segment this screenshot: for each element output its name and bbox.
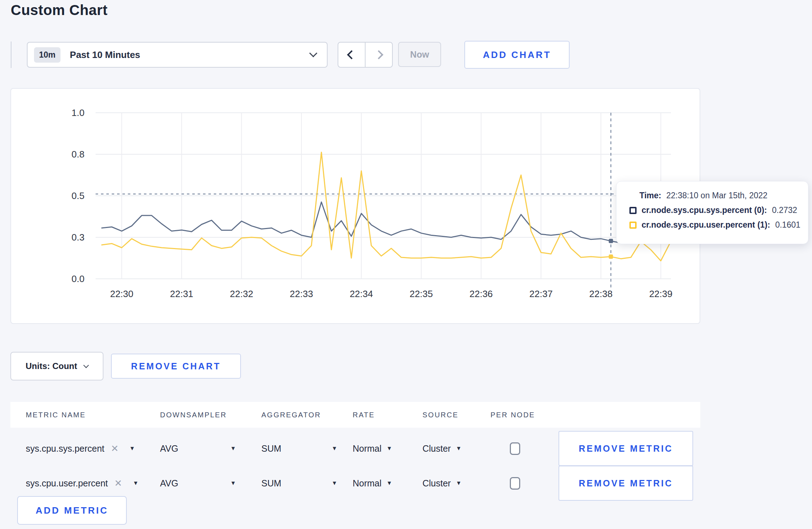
x-axis-tick-label: 22:35 [410, 288, 433, 299]
col-header-rate: RATE [353, 411, 422, 419]
x-axis-tick-label: 22:32 [230, 288, 253, 299]
y-axis-tick-label: 0.3 [72, 232, 84, 243]
caret-down-icon: ▼ [456, 480, 461, 486]
caret-down-icon: ▼ [456, 445, 461, 452]
tooltip-series-row: cr.node.sys.cpu.sys.percent (0): 0.2732 [629, 205, 801, 215]
source-value: Cluster [422, 443, 451, 454]
crosshair-marker-dot [609, 254, 613, 259]
col-header-downsampler: DOWNSAMPLER [160, 411, 261, 419]
x-axis-tick-label: 22:34 [350, 288, 373, 299]
cpu-usage-chart[interactable]: 1.00.80.50.30.022:3022:3122:3222:3322:34… [11, 89, 700, 323]
caret-down-icon: ▼ [387, 445, 392, 452]
y-axis-tick-label: 0.8 [72, 149, 84, 160]
time-step-group [338, 42, 393, 68]
x-axis-tick-label: 22:36 [469, 288, 493, 299]
downsampler-value: AVG [160, 478, 178, 489]
x-axis-tick-label: 22:33 [290, 288, 313, 299]
step-forward-button[interactable] [366, 43, 392, 67]
caret-down-icon: ▼ [332, 445, 337, 452]
chevron-right-icon [374, 50, 383, 59]
tooltip-time-label: Time: [639, 191, 661, 200]
metric-row: sys.cpu.user.percent ✕ ▼ AVG ▼ SUM ▼ Nor… [10, 465, 700, 501]
caret-down-icon: ▼ [230, 445, 236, 452]
clear-metric-icon[interactable]: ✕ [114, 478, 122, 489]
crosshair-marker-dot [609, 239, 613, 243]
now-button[interactable]: Now [398, 42, 441, 67]
tooltip-series-value: 0.2732 [772, 205, 797, 215]
toolbar-divider [11, 42, 11, 68]
x-axis-tick-label: 22:39 [649, 288, 672, 299]
source-value: Cluster [422, 478, 451, 489]
series-line-1 [102, 152, 671, 261]
chevron-down-icon [83, 362, 89, 368]
time-range-label: Past 10 Minutes [70, 49, 310, 60]
rate-select[interactable]: Normal ▼ [353, 478, 392, 489]
metric-name-select[interactable]: sys.cpu.sys.percent ✕ ▼ [26, 443, 160, 454]
source-select[interactable]: Cluster ▼ [422, 478, 461, 489]
col-header-per-node: PER NODE [490, 411, 559, 419]
caret-down-icon: ▼ [332, 480, 337, 486]
tooltip-time-row: Time: 22:38:10 on Mar 15th, 2022 [639, 191, 801, 200]
rate-select[interactable]: Normal ▼ [353, 443, 392, 454]
col-header-source: SOURCE [422, 411, 490, 419]
chevron-left-icon [347, 50, 356, 59]
downsampler-value: AVG [160, 443, 178, 454]
add-metric-button[interactable]: ADD METRIC [17, 496, 127, 525]
add-chart-button[interactable]: ADD CHART [464, 41, 570, 69]
remove-metric-button[interactable]: REMOVE METRIC [559, 466, 693, 501]
caret-down-icon: ▼ [230, 480, 236, 486]
col-header-metric-name: METRIC NAME [26, 411, 160, 419]
y-axis-tick-label: 1.0 [72, 107, 84, 118]
sys-series-swatch-icon [629, 207, 637, 214]
rate-value: Normal [353, 478, 382, 489]
downsampler-select[interactable]: AVG ▼ [160, 443, 236, 454]
y-axis-tick-label: 0.0 [72, 273, 84, 284]
tooltip-series-row: cr.node.sys.cpu.user.percent (1): 0.1601 [629, 220, 801, 230]
chart-tooltip: Time: 22:38:10 on Mar 15th, 2022 cr.node… [616, 181, 808, 244]
metrics-table-header: METRIC NAME DOWNSAMPLER AGGREGATOR RATE … [10, 402, 700, 428]
page-title: Custom Chart [11, 2, 107, 18]
chevron-down-icon [309, 49, 318, 57]
caret-down-icon: ▼ [133, 480, 139, 486]
clear-metric-icon[interactable]: ✕ [111, 443, 119, 454]
x-axis-tick-label: 22:38 [589, 288, 613, 299]
col-header-aggregator: AGGREGATOR [261, 411, 353, 419]
metric-name-select[interactable]: sys.cpu.user.percent ✕ ▼ [26, 478, 160, 489]
remove-chart-button[interactable]: REMOVE CHART [111, 354, 241, 379]
remove-metric-button[interactable]: REMOVE METRIC [559, 431, 693, 466]
units-dropdown[interactable]: Units: Count [10, 352, 103, 380]
tooltip-series-label: cr.node.sys.cpu.user.percent (1): [642, 220, 770, 230]
time-range-dropdown[interactable]: 10m Past 10 Minutes [27, 42, 328, 68]
y-axis-tick-label: 0.5 [72, 190, 84, 201]
x-axis-tick-label: 22:30 [110, 288, 133, 299]
time-range-badge: 10m [34, 47, 61, 63]
units-label: Units: Count [26, 361, 77, 371]
rate-value: Normal [353, 443, 382, 454]
tooltip-time-value: 22:38:10 on Mar 15th, 2022 [666, 191, 768, 200]
tooltip-series-label: cr.node.sys.cpu.sys.percent (0): [642, 205, 767, 215]
custom-chart-page: { "page": { "title": "Custom Chart" }, "… [0, 0, 812, 529]
aggregator-value: SUM [261, 443, 281, 454]
x-axis-tick-label: 22:37 [530, 288, 553, 299]
aggregator-value: SUM [261, 478, 281, 489]
metric-name: sys.cpu.user.percent [26, 478, 108, 489]
metric-row: sys.cpu.sys.percent ✕ ▼ AVG ▼ SUM ▼ Norm… [10, 431, 700, 466]
user-series-swatch-icon [629, 222, 637, 229]
aggregator-select[interactable]: SUM ▼ [261, 443, 337, 454]
x-axis-tick-label: 22:31 [170, 288, 193, 299]
caret-down-icon: ▼ [129, 445, 135, 452]
caret-down-icon: ▼ [387, 480, 392, 486]
source-select[interactable]: Cluster ▼ [422, 443, 461, 454]
step-back-button[interactable] [338, 43, 366, 67]
per-node-checkbox[interactable] [510, 477, 520, 490]
aggregator-select[interactable]: SUM ▼ [261, 478, 337, 489]
downsampler-select[interactable]: AVG ▼ [160, 478, 236, 489]
chart-card: 1.00.80.50.30.022:3022:3122:3222:3322:34… [10, 88, 700, 324]
metric-name: sys.cpu.sys.percent [26, 443, 105, 454]
per-node-checkbox[interactable] [510, 442, 520, 455]
series-line-0 [102, 202, 671, 243]
tooltip-series-value: 0.1601 [775, 220, 800, 230]
